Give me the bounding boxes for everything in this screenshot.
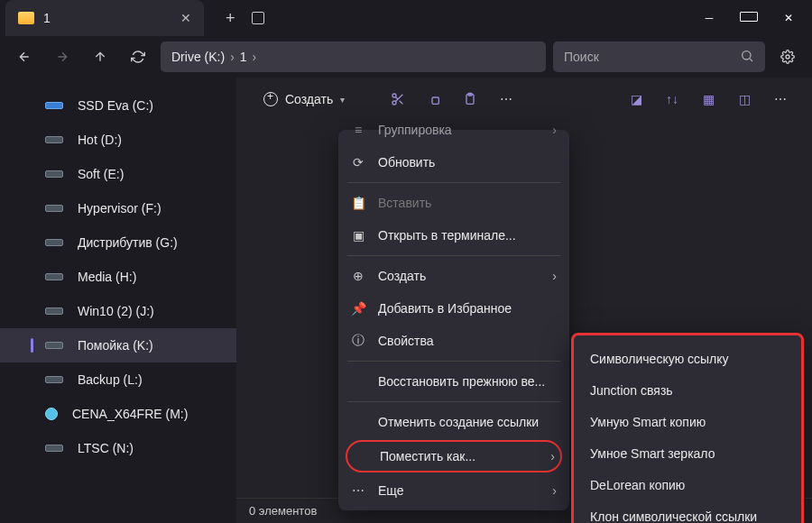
sidebar-item-label: Hot (D:) — [78, 133, 122, 147]
more-button[interactable]: ⋯ — [491, 84, 521, 115]
sidebar-item-6[interactable]: Win10 (2) (J:) — [0, 294, 236, 328]
ctx-item-6[interactable]: ⊕Создать› — [338, 260, 569, 292]
ctx-item-0[interactable]: ≡Группировка› — [338, 114, 569, 146]
sidebar-item-label: Backup (L:) — [78, 372, 143, 387]
close-button[interactable]: ✕ — [780, 12, 798, 24]
up-button[interactable] — [85, 41, 115, 72]
chevron-right-icon: › — [550, 449, 555, 463]
submenu-item-label: Символическую ссылку — [590, 352, 729, 366]
ctx-item-label: Открыть в терминале... — [378, 228, 516, 243]
drive-icon — [45, 102, 63, 109]
svg-point-0 — [743, 50, 751, 59]
submenu-item-5[interactable]: Клон символической ссылки — [574, 500, 801, 523]
terminal-icon: ▣ — [351, 228, 365, 243]
new-tab-button[interactable]: + — [226, 9, 235, 28]
sidebar-item-label: LTSC (N:) — [78, 441, 134, 455]
drive-icon — [45, 273, 63, 280]
paste-button[interactable] — [455, 84, 485, 115]
copy-button[interactable] — [419, 84, 449, 115]
submenu-item-1[interactable]: Junction связь — [574, 374, 801, 406]
close-tab-icon[interactable]: ✕ — [180, 11, 191, 25]
view-button[interactable]: ▦ — [693, 84, 724, 115]
sidebar-item-5[interactable]: Media (H:) — [0, 260, 236, 294]
ctx-item-13[interactable]: Поместить как...› — [346, 440, 562, 473]
chevron-right-icon: › — [552, 483, 557, 498]
back-button[interactable] — [9, 41, 40, 72]
ctx-item-7[interactable]: 📌Добавить в Избранное — [338, 292, 569, 325]
sidebar-item-label: Media (H:) — [78, 270, 136, 284]
sidebar-item-label: SSD Eva (C:) — [78, 98, 153, 113]
maximize-button[interactable] — [740, 12, 758, 24]
sidebar-item-2[interactable]: Soft (E:) — [0, 157, 236, 191]
submenu-item-label: Умное Smart зеркало — [590, 446, 715, 461]
sidebar-item-9[interactable]: CENA_X64FRE (M:) — [0, 397, 236, 431]
submenu-item-3[interactable]: Умное Smart зеркало — [574, 437, 801, 469]
drive-icon — [45, 307, 63, 315]
sidebar-item-label: Помойка (K:) — [78, 338, 153, 353]
drive-icon — [45, 170, 63, 178]
ctx-item-label: Восстановить прежнюю ве... — [378, 374, 545, 389]
svg-point-1 — [786, 55, 789, 59]
refresh-button[interactable] — [123, 41, 153, 72]
sidebar-item-8[interactable]: Backup (L:) — [0, 362, 236, 397]
sidebar-item-10[interactable]: LTSC (N:) — [0, 431, 236, 465]
tab[interactable]: 1 ✕ — [5, 0, 204, 36]
ctx-item-label: Создать — [378, 269, 426, 283]
submenu-item-label: Умную Smart копию — [590, 415, 706, 429]
none-icon — [351, 415, 365, 429]
submenu: Символическую ссылкуJunction связьУмную … — [571, 333, 804, 523]
breadcrumb-0[interactable]: Drive (K:) — [171, 50, 225, 64]
none-icon — [353, 449, 367, 463]
separator — [347, 255, 560, 256]
submenu-item-4[interactable]: DeLorean копию — [574, 469, 801, 500]
none-icon — [351, 374, 365, 389]
search-input[interactable]: Поиск — [553, 41, 765, 72]
separator — [347, 401, 560, 402]
sidebar-item-label: Дистрибутив (G:) — [78, 235, 178, 250]
refresh-icon: ⟳ — [351, 155, 365, 170]
new-icon: ⊕ — [351, 269, 365, 283]
sidebar-item-label: CENA_X64FRE (M:) — [72, 407, 188, 421]
ctx-item-8[interactable]: ⓘСвойства — [338, 325, 569, 357]
separator — [347, 182, 560, 183]
address-bar[interactable]: Drive (K:) › 1 › — [161, 41, 546, 72]
drive-icon — [45, 239, 63, 246]
ctx-item-4[interactable]: ▣Открыть в терминале... — [338, 219, 569, 252]
ctx-item-3: 📋Вставить — [338, 187, 569, 219]
cut-button[interactable] — [383, 84, 413, 115]
tab-title: 1 — [43, 11, 51, 25]
sidebar-item-7[interactable]: Помойка (K:) — [0, 328, 236, 362]
sidebar-item-3[interactable]: Hypervisor (F:) — [0, 191, 236, 225]
overflow-button[interactable]: ⋯ — [765, 84, 796, 115]
submenu-item-0[interactable]: Символическую ссылку — [574, 343, 801, 374]
sidebar: SSD Eva (C:)Hot (D:)Soft (E:)Hypervisor … — [0, 78, 236, 523]
ctx-item-10[interactable]: Восстановить прежнюю ве... — [338, 365, 569, 398]
drive-icon — [45, 205, 63, 212]
settings-button[interactable] — [772, 41, 803, 72]
breadcrumb-1[interactable]: 1 — [240, 50, 247, 64]
ctx-item-1[interactable]: ⟳Обновить — [338, 146, 569, 179]
new-menu[interactable]: Создать ▾ — [253, 87, 355, 112]
chevron-right-icon: › — [253, 50, 257, 64]
details-button[interactable]: ◫ — [729, 84, 760, 115]
submenu-item-label: Клон символической ссылки — [590, 509, 757, 524]
drive-icon — [45, 136, 63, 143]
info-icon: ⓘ — [351, 334, 365, 348]
new-window-button[interactable] — [252, 12, 264, 24]
drive-icon — [45, 342, 63, 349]
forward-button[interactable] — [47, 41, 78, 72]
svg-point-2 — [392, 94, 396, 97]
sidebar-item-label: Win10 (2) (J:) — [78, 304, 154, 318]
sidebar-item-4[interactable]: Дистрибутив (G:) — [0, 225, 236, 260]
tool-icon-1[interactable]: ◪ — [621, 84, 651, 115]
ctx-item-label: Поместить как... — [380, 449, 475, 463]
ctx-item-14[interactable]: ⋯Еще› — [338, 474, 569, 507]
group-icon: ≡ — [351, 123, 365, 137]
submenu-item-label: Junction связь — [590, 383, 673, 398]
sidebar-item-1[interactable]: Hot (D:) — [0, 123, 236, 157]
sort-button[interactable]: ↑↓ — [657, 84, 687, 115]
submenu-item-2[interactable]: Умную Smart копию — [574, 406, 801, 437]
sidebar-item-0[interactable]: SSD Eva (C:) — [0, 88, 236, 123]
ctx-item-12[interactable]: Отменить создание ссылки — [338, 406, 569, 438]
minimize-button[interactable]: ─ — [700, 12, 718, 24]
